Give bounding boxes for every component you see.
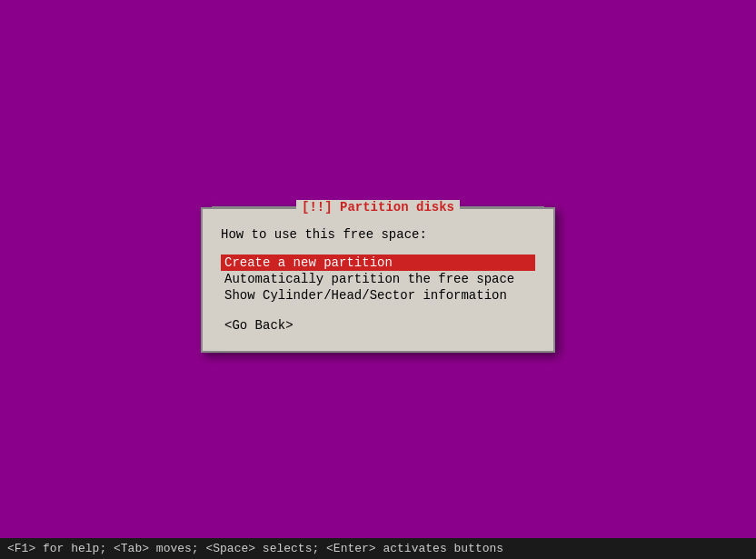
status-bar: <F1> for help; <Tab> moves; <Space> sele… — [0, 538, 756, 559]
menu-item-cylinder-info[interactable]: Show Cylinder/Head/Sector information — [221, 287, 535, 304]
dialog-title: [!!] Partition disks — [296, 200, 460, 215]
go-back-button[interactable]: <Go Back> — [221, 318, 535, 333]
menu-item-auto-partition[interactable]: Automatically partition the free space — [221, 271, 535, 287]
menu-item-create-partition[interactable]: Create a new partition — [221, 255, 535, 271]
menu-list: Create a new partition Automatically par… — [221, 255, 535, 304]
partition-dialog: [!!] Partition disks How to use this fre… — [201, 207, 555, 353]
dialog-title-wrapper: [!!] Partition disks — [203, 200, 553, 215]
main-screen: [!!] Partition disks How to use this fre… — [0, 0, 756, 559]
title-line-left — [212, 206, 296, 207]
status-bar-text: <F1> for help; <Tab> moves; <Space> sele… — [7, 542, 503, 555]
dialog-body: How to use this free space: Create a new… — [203, 209, 553, 351]
dialog-question: How to use this free space: — [221, 227, 535, 242]
title-line-right — [460, 206, 544, 207]
